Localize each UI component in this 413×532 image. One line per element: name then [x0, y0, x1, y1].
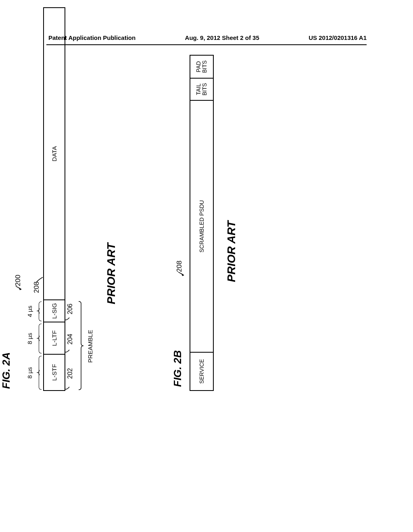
fig-2b-title: FIG. 2B: [171, 350, 184, 387]
ref-208b-arrow: [178, 268, 186, 276]
fig-2a-title: FIG. 2A: [0, 352, 13, 389]
ref-202-label: 202: [67, 368, 74, 379]
frame-2b: SERVICE SCRAMBLED PSDU TAIL BITS PAD BIT…: [190, 55, 214, 391]
ref-204-leader: [65, 348, 71, 354]
timing-labels: 8 µs 8 µs 4 µs: [26, 300, 33, 391]
timing-4us: 4 µs: [26, 300, 33, 322]
field-pad: PAD BITS: [190, 56, 213, 78]
top-braces: [35, 300, 41, 391]
field-lsig: L-SIG: [44, 299, 65, 322]
svg-marker-3: [181, 273, 184, 276]
field-tail: TAIL BITS: [190, 78, 213, 100]
prior-art-2b-label: PRIOR ART: [225, 221, 238, 282]
header-right: US 2012/0201316 A1: [309, 34, 367, 41]
field-lstf: L-STF: [44, 354, 65, 390]
header-divider: [46, 44, 367, 45]
preamble-brace: [78, 300, 85, 391]
ref-200-arrow: [16, 282, 24, 290]
ref-206-label: 206: [67, 303, 74, 314]
ref-202-leader: [65, 385, 71, 391]
field-service: SERVICE: [190, 352, 213, 390]
timing-8us-2: 8 µs: [26, 322, 33, 355]
figure-container: FIG. 2A 200 8 µs 8 µs 4 µs 208 L-STF L-L…: [0, 115, 413, 425]
timing-8us-1: 8 µs: [26, 355, 33, 391]
ref-204-label: 204: [67, 334, 74, 345]
ref-206-leader: [65, 316, 71, 322]
field-lltf: L-LTF: [44, 322, 65, 354]
field-psdu: SCRAMBLED PSDU: [190, 100, 213, 352]
prior-art-2a-label: PRIOR ART: [105, 243, 118, 304]
header-center: Aug. 9, 2012 Sheet 2 of 35: [185, 34, 259, 41]
field-data: DATA: [44, 8, 65, 299]
svg-marker-1: [19, 287, 21, 290]
preamble-label: PREAMBLE: [87, 330, 94, 363]
frame-2a: L-STF L-LTF L-SIG DATA: [43, 7, 65, 391]
